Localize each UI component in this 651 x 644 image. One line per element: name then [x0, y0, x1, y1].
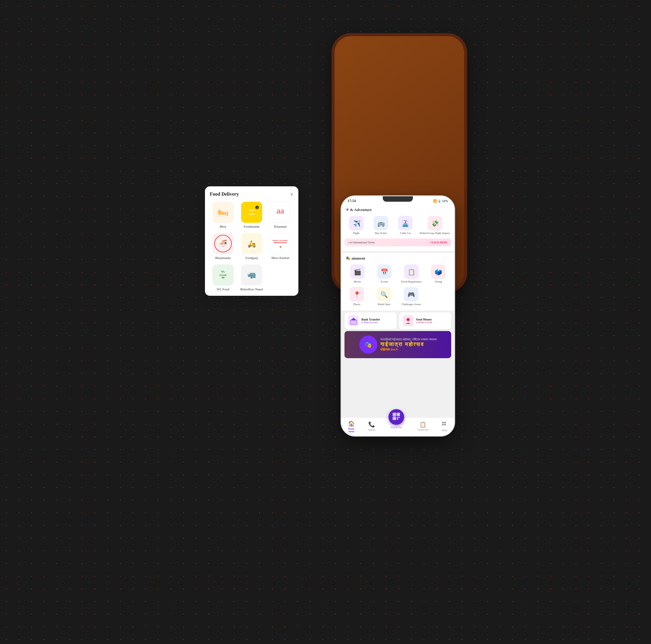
nav-support[interactable]: 📞 Support [368, 421, 375, 431]
time-display: 17:54 [347, 199, 356, 203]
promo-title: गाईजात्रा महोत्सव [380, 341, 437, 348]
travel-section: ✈ & Adventure ✈️ Flight 🚌 [341, 205, 454, 251]
banner-text: t for International Ticket [348, 241, 375, 244]
food-item-khaanpin[interactable]: aa Khaanpin [267, 202, 293, 228]
khaltiquiz-icon: 🔍 [377, 287, 391, 302]
wlfood-logo: WL FOOD 🥗 [213, 265, 234, 285]
nav-voting[interactable]: 🗳️ Voting [428, 265, 449, 283]
dropdown-title: Food Delivery [210, 191, 239, 197]
nav-flight[interactable]: ✈️ Flight [346, 216, 367, 235]
svg-rect-45 [398, 417, 400, 418]
scan-pay-fab[interactable] [389, 409, 404, 425]
food-item-bhojmandu[interactable]: 🍜 Bhojmandu [210, 233, 236, 259]
svg-text:mandu: mandu [248, 213, 255, 215]
svg-text:🔍: 🔍 [380, 291, 388, 298]
svg-text:●: ● [256, 207, 258, 209]
nav-transaction[interactable]: 📋 Transaction [417, 421, 428, 431]
khaltiquiz-label: Khalti Quiz [378, 303, 390, 306]
svg-rect-44 [397, 417, 398, 418]
bank-transfer-row: Bank Transfer to Bank Account Send [344, 312, 451, 329]
bank-transfer-card[interactable]: Bank Transfer to Bank Account [344, 312, 397, 329]
foodganj-label: Foodganj [245, 256, 258, 259]
event-registration-icon: 📋 [404, 265, 418, 279]
event-reg-label: Event Registration [401, 280, 421, 283]
nav-cablecar[interactable]: 🚠 Cable Car [395, 216, 416, 235]
svg-text:🥗: 🥗 [221, 276, 225, 280]
movie-icon: 🎬 [350, 265, 365, 279]
food-item-bhoj[interactable]: Bhoj Bhoj [210, 202, 236, 228]
food-item-foodganj[interactable]: 🛵 Foodganj [239, 233, 265, 259]
phone-content: ✈ & Adventure ✈️ Flight 🚌 [341, 205, 454, 418]
nav-places[interactable]: 📍 Places [346, 287, 367, 306]
rhinopass-label: RhinoPass Nepal [240, 287, 263, 291]
merokinmel-label: Mero Kinmel [272, 256, 290, 259]
send-money-text: Send Money to Khalti Friends [416, 318, 432, 324]
svg-rect-39 [394, 413, 395, 415]
flight-icon: ✈️ [349, 216, 364, 231]
food-item-foodmandu[interactable]: Food mandu ● Foodmandu [239, 202, 265, 228]
international-ticket-banner[interactable]: t for International Ticket CLICK HERE [344, 239, 451, 246]
food-grid: Bhoj Bhoj Food mandu ● Food [210, 202, 293, 291]
svg-rect-46 [397, 419, 398, 420]
entertainment-icons-row2: 📍 Places 🔍 Khalti Quiz 🎮 [341, 285, 454, 308]
wlfood-label: WL Food [217, 287, 229, 291]
movie-label: Movie [354, 280, 361, 283]
svg-text:📅: 📅 [381, 268, 388, 276]
svg-text:💸: 💸 [431, 220, 439, 227]
svg-text:★: ★ [279, 245, 282, 248]
svg-text:📋: 📋 [408, 268, 415, 276]
send-money-card[interactable]: Send Money to Khalti Friends [399, 312, 451, 329]
nav-scan-pay[interactable]: Scan & Pay [389, 418, 404, 429]
merokinmel-logo: MERO KINMEL ★ [270, 233, 291, 254]
phone-frame: 17:54 📶 📡 53% ✈ & Adventure [341, 195, 455, 436]
svg-rect-47 [442, 422, 444, 423]
nav-challenges[interactable]: 🎮 Challenges Arena [401, 287, 422, 306]
send-money-icon [403, 315, 413, 326]
svg-text:🎮: 🎮 [407, 291, 415, 298]
menu-label: Menu [442, 429, 447, 432]
svg-text:🚌: 🚌 [377, 220, 385, 227]
bank-transfer-subtitle: to Bank Account [361, 321, 380, 324]
svg-rect-14 [271, 235, 289, 253]
svg-point-2 [218, 209, 221, 213]
send-money-title: Send Money [416, 318, 432, 321]
svg-text:✈️: ✈️ [353, 220, 361, 227]
svg-rect-16 [274, 242, 287, 243]
svg-rect-35 [350, 320, 357, 325]
nav-menu[interactable]: Menu [441, 421, 447, 432]
click-here-button[interactable]: CLICK HERE [430, 241, 447, 244]
nav-khaltiquiz[interactable]: 🔍 Khalti Quiz [373, 287, 395, 306]
entertainment-icons-grid: 🎬 Movie 📅 Events 📋 [341, 263, 454, 285]
nav-bus[interactable]: 🚌 Bus Ticket [370, 216, 392, 235]
svg-rect-50 [444, 424, 446, 425]
svg-text:MERO KINMEL: MERO KINMEL [273, 239, 288, 242]
svg-rect-49 [442, 424, 444, 425]
promo-banner[interactable]: 🎭 यस्पालिको गाईजात्रा महोत्सव, राष्ट्रिय… [344, 331, 451, 358]
support-icon: 📞 [368, 421, 375, 428]
svg-marker-36 [350, 318, 356, 320]
promo-year: मोहोत्सव २०८१ [380, 348, 437, 351]
bank-transfer-text: Bank Transfer to Bank Account [361, 318, 380, 324]
nav-home[interactable]: 🏠 Home [348, 420, 355, 432]
nav-movie[interactable]: 🎬 Movie [347, 265, 368, 283]
nav-dollar-flight[interactable]: 💸 Dollar/Group Flight Inquiry [420, 216, 450, 235]
nav-events[interactable]: 📅 Events [374, 265, 395, 283]
dollar-flight-label: Dollar/Group Flight Inquiry [420, 232, 450, 235]
bank-transfer-icon [348, 315, 359, 326]
nav-event-reg[interactable]: 📋 Event Registration [401, 265, 422, 283]
send-money-subtitle: to Khalti Friends [416, 321, 432, 324]
svg-rect-43 [394, 418, 395, 419]
events-label: Events [381, 280, 388, 283]
food-item-rhinopass[interactable]: 🦏 RhinoPass Nepal [239, 265, 265, 291]
khaanpin-logo: aa [270, 202, 291, 223]
food-delivery-dropdown[interactable]: Food Delivery ∨ Bhoj Bhoj [205, 186, 299, 296]
challenges-label: Challenges Arena [401, 303, 421, 306]
svg-text:🛵: 🛵 [247, 240, 256, 248]
chevron-down-icon: ∨ [290, 191, 293, 197]
events-icon: 📅 [377, 265, 392, 279]
bhoj-logo: Bhoj [213, 202, 234, 223]
dollar-flight-icon: 💸 [428, 216, 442, 231]
bus-label: Bus Ticket [375, 232, 387, 235]
food-item-merokinmel[interactable]: MERO KINMEL ★ Mero Kinmel [267, 233, 293, 259]
food-item-wlfood[interactable]: WL FOOD 🥗 WL Food [210, 265, 236, 291]
